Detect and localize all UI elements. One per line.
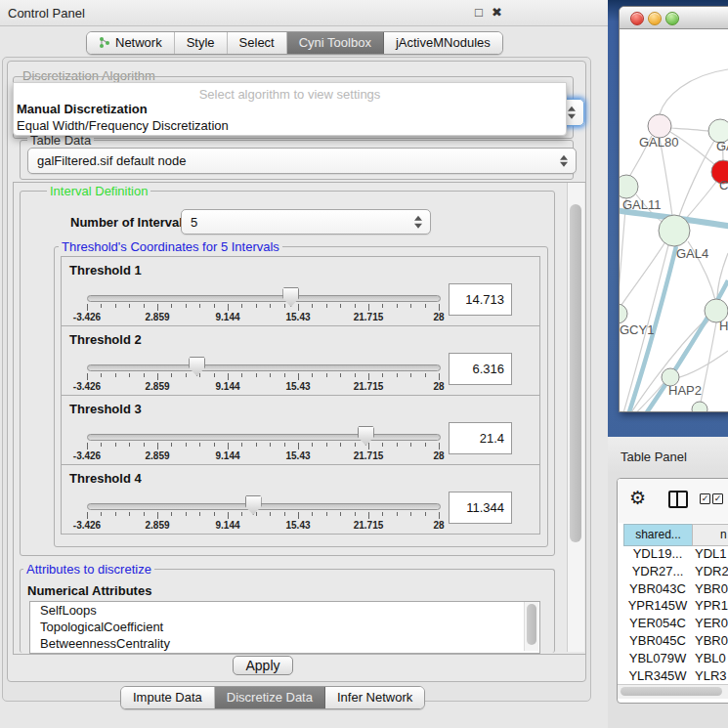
tab-impute-data[interactable]: Impute Data [121,687,215,708]
cell-shared-name[interactable]: YER054C [625,615,690,632]
tab-network[interactable]: Network [87,32,175,54]
column-header-shared-name[interactable]: shared... [623,524,693,546]
float-window-icon[interactable]: □ [475,5,483,20]
tick-mark [87,443,88,450]
top-tab-bar: Network Style Select Cyni Toolbox jActiv… [86,31,503,55]
column-header-name[interactable]: n [692,524,728,546]
cell-name[interactable]: YPR1 [695,597,728,615]
combo-stepper-icon [560,153,568,168]
attribute-list-item[interactable]: SelfLoops [30,602,539,619]
cell-name[interactable]: YER0 [695,615,728,632]
slider-track[interactable] [87,364,441,371]
slider-track[interactable] [87,434,441,441]
cell-shared-name[interactable]: YBL079W [625,650,690,667]
tick-mark [256,443,257,447]
table-row[interactable]: YLR345WYLR3 [618,667,728,685]
threshold-value-field[interactable]: 14.713 [449,283,512,316]
table-row[interactable]: YBR045CYBR0 [618,632,728,650]
tick-mark [129,443,130,447]
table-row[interactable]: YBR043CYBR0 [618,580,728,598]
network-node[interactable] [692,402,707,411]
tick-label: 2.859 [145,450,169,461]
network-edge[interactable] [660,69,728,114]
cell-name[interactable]: YLR3 [695,667,727,685]
cell-name[interactable]: YBR0 [695,580,728,598]
split-columns-icon[interactable] [668,491,688,508]
gear-icon[interactable]: ⚙ [629,487,646,509]
slider-track[interactable] [87,503,441,510]
cell-shared-name[interactable]: YBR045C [625,632,690,650]
tab-discretize-data[interactable]: Discretize Data [215,687,325,708]
select-all-checkbox-icon[interactable]: ✓ [700,493,710,504]
tab-jactivemnodules[interactable]: jActiveMNodules [384,32,502,54]
network-edge[interactable] [684,182,716,221]
scrollbar-thumb[interactable] [570,204,581,542]
network-edge[interactable] [679,141,714,216]
cell-name[interactable]: YBL0 [695,650,726,667]
horizontal-scrollbar[interactable] [618,684,728,699]
threshold-value-field[interactable]: 6.316 [449,353,512,385]
table-row[interactable]: YBL079WYBL0 [618,650,728,667]
close-icon[interactable]: ✖ [492,5,502,20]
cell-shared-name[interactable]: YDR27... [625,563,690,580]
network-edge[interactable] [701,322,716,403]
tick-mark [241,373,242,377]
table-row[interactable]: YER054CYER0 [618,615,728,632]
attributes-list-scrollbar[interactable] [524,602,538,651]
close-traffic-light[interactable] [630,12,644,25]
cell-shared-name[interactable]: YBR043C [625,580,690,598]
network-edge[interactable] [671,128,708,131]
tick-label: -3.426 [73,450,101,461]
scrollbar-thumb[interactable] [621,687,722,696]
tick-mark [355,304,356,308]
scrollbar-thumb[interactable] [527,604,536,645]
network-graph[interactable]: GAL80GACGAL11GAL4GCY1HHAP2 [620,28,728,411]
network-window-titlebar[interactable] [620,7,728,29]
num-intervals-combobox[interactable]: 5 [181,209,431,235]
cell-shared-name[interactable]: YLR345W [625,667,690,685]
vertical-scrollbar[interactable] [567,183,584,652]
dropdown-option-manual[interactable]: Manual Discretization [17,102,148,116]
select-none-checkbox-icon[interactable]: ✓ [712,493,723,504]
tick-mark [312,304,313,308]
combo-stepper-icon [568,106,576,120]
table-row[interactable]: YPR145WYPR1 [618,597,728,615]
table-row[interactable]: YDL19...YDL1 [618,545,728,563]
apply-button[interactable]: Apply [233,656,293,675]
minimize-traffic-light[interactable] [648,12,662,25]
network-node-label: GAL4 [676,246,708,261]
threshold-value-field[interactable]: 11.344 [449,492,512,524]
tick-mark [270,512,271,516]
tick-mark [256,373,257,377]
network-edge[interactable] [620,243,664,308]
attribute-list-item[interactable]: TopologicalCoefficient [30,619,539,635]
tab-label: Impute Data [133,690,202,705]
tab-select[interactable]: Select [228,32,287,54]
network-edge[interactable] [660,138,672,216]
tick-label: 15.43 [285,312,310,322]
cell-shared-name[interactable]: YDL19... [625,545,690,563]
network-node[interactable] [620,175,638,198]
dropdown-option-equal-width[interactable]: Equal Width/Frequency Discretization [17,118,229,133]
numerical-attributes-list[interactable]: SelfLoopsTopologicalCoefficientBetweenne… [29,601,540,654]
slider-track[interactable] [87,295,441,302]
tab-style[interactable]: Style [175,32,228,54]
numerical-attributes-label: Numerical Attributes [27,583,151,598]
threshold-value-field[interactable]: 21.4 [449,422,512,454]
table-row[interactable]: YDR27...YDR2 [618,563,728,580]
network-node[interactable] [620,304,627,323]
attribute-list-item[interactable]: BetweennessCentrality [30,635,539,652]
cell-name[interactable]: YDL1 [695,545,727,563]
zoom-traffic-light[interactable] [665,12,679,25]
tick-mark [382,304,383,308]
cell-name[interactable]: YDR2 [695,563,728,580]
tab-cyni-toolbox[interactable]: Cyni Toolbox [287,32,384,54]
network-node[interactable] [659,215,690,246]
tick-mark [284,512,285,516]
cell-shared-name[interactable]: YPR145W [625,597,690,615]
table-data-combobox[interactable]: galFiltered.sif default node [27,148,577,174]
tab-infer-network[interactable]: Infer Network [325,687,424,708]
tick-mark [228,304,229,311]
tick-mark [144,304,145,308]
cell-name[interactable]: YBR0 [695,632,728,650]
